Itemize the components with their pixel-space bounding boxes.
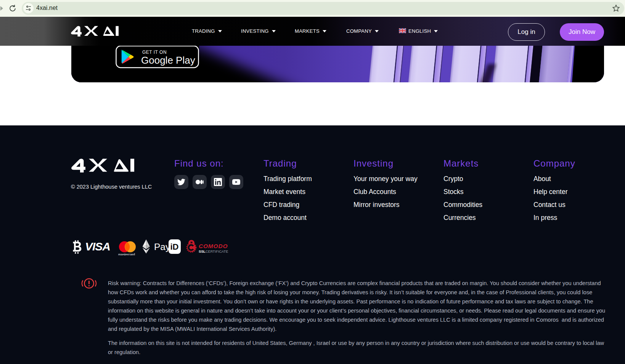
svg-text:SSLCERTIFICATE: SSLCERTIFICATE: [199, 250, 228, 253]
svg-text:mastercard.: mastercard.: [118, 253, 136, 256]
svg-text:GET IT ON: GET IT ON: [142, 50, 167, 55]
svg-text:VISA: VISA: [85, 240, 110, 253]
svg-text:Pay: Pay: [154, 242, 170, 252]
svg-text:Google Play: Google Play: [141, 55, 195, 66]
svg-text:iD: iD: [170, 242, 179, 252]
svg-text:COMODO: COMODO: [199, 243, 228, 249]
